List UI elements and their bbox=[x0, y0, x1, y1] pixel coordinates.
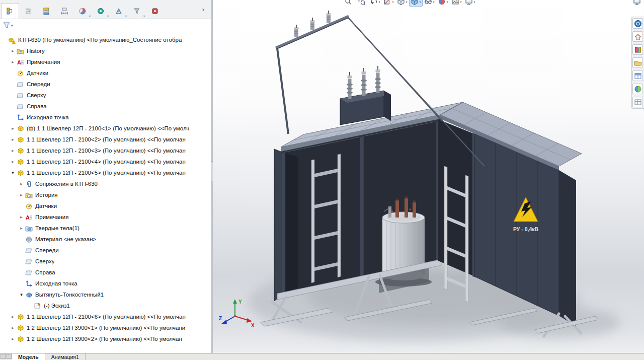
expand-arrow-icon[interactable]: ▸ bbox=[10, 314, 16, 319]
expand-arrow-icon[interactable]: ▸ bbox=[18, 192, 25, 197]
task-pane-file-explorer-icon[interactable] bbox=[632, 57, 643, 68]
tree-item-label: 1 1 Швеллер 12П - 2100<5> (По умолчанию)… bbox=[27, 170, 186, 176]
tree-item-label: Исходная точка bbox=[27, 114, 69, 120]
expand-arrow-icon[interactable]: ▸ bbox=[18, 181, 25, 186]
tree-item[interactable]: Справа bbox=[0, 101, 211, 112]
apply-scene-icon[interactable]: ▾ bbox=[450, 0, 463, 7]
tree-item[interactable]: Датчики bbox=[0, 200, 211, 211]
model-tab-bar: МодельАнимация1 bbox=[0, 353, 644, 360]
tree-item[interactable]: Справа bbox=[0, 267, 211, 278]
expand-arrow-icon[interactable]: ▸ bbox=[10, 59, 16, 64]
tree-item[interactable]: ▾1 1 Швеллер 12П - 2100<5> (По умолчанию… bbox=[0, 167, 211, 178]
part-icon bbox=[16, 135, 25, 143]
annotations-icon: A bbox=[25, 213, 33, 221]
propertymanager-tab[interactable] bbox=[19, 3, 37, 19]
fullscreen-icon[interactable] bbox=[633, 0, 641, 6]
expand-arrow-icon[interactable]: ▸ bbox=[18, 226, 25, 231]
tree-item-label: Сверху bbox=[27, 92, 46, 98]
tree-item-label: 1 2 Швеллер 12П 3900<2> (По умолчанию) <… bbox=[27, 336, 182, 342]
tree-item[interactable]: ▸Твердые тела(1) bbox=[0, 223, 211, 234]
tree-item[interactable]: ▸History bbox=[0, 45, 211, 56]
dimxpertmanager-tab[interactable] bbox=[55, 3, 73, 19]
zoom-area-icon[interactable] bbox=[355, 0, 368, 7]
tree-item[interactable]: Материал <не указан> bbox=[0, 234, 211, 245]
tab-splitter-button-2[interactable] bbox=[7, 354, 12, 359]
tree-item[interactable]: Датчики bbox=[0, 67, 211, 79]
task-pane-resources-icon[interactable] bbox=[632, 18, 643, 29]
bottom-tab-animation[interactable]: Анимация1 bbox=[45, 353, 86, 360]
task-pane-design-library-icon[interactable] bbox=[632, 44, 643, 55]
tree-item[interactable]: ▸(ф) 1 1 Швеллер 12П - 2100<1> (По умолч… bbox=[0, 123, 211, 134]
expand-arrow-icon[interactable]: ▸ bbox=[10, 137, 16, 142]
tree-item[interactable]: ▸1 2 Швеллер 12П 3900<2> (По умолчанию) … bbox=[0, 333, 211, 344]
tree-item[interactable]: ▸История bbox=[0, 189, 211, 200]
expand-arrow-icon[interactable]: ▸ bbox=[10, 325, 16, 330]
tree-item[interactable]: Спереди bbox=[0, 245, 211, 256]
tree-item-label: Вытянуть-Тонкостенный1 bbox=[35, 292, 104, 298]
expand-arrow-icon[interactable]: ▸ bbox=[10, 48, 16, 53]
tree-item[interactable]: Сверху bbox=[0, 90, 211, 101]
displaymanager-tab[interactable]: ▾ bbox=[73, 3, 92, 19]
tree-item[interactable]: ▸1 1 Швеллер 12П - 2100<3> (По умолчанию… bbox=[0, 145, 211, 156]
tree-item[interactable]: ▸1 1 Швеллер 12П - 2100<6> (По умолчанию… bbox=[0, 311, 211, 322]
tree-item[interactable]: ▾Вытянуть-Тонкостенный1 bbox=[0, 289, 211, 300]
tree-item[interactable]: ▸1 2 Швеллер 12П 3900<1> (По умолчанию) … bbox=[0, 322, 211, 333]
tree-item[interactable]: Спереди bbox=[0, 79, 211, 90]
task-pane-strip bbox=[631, 17, 644, 109]
previous-view-icon[interactable]: ▾ bbox=[368, 0, 382, 7]
graphics-viewport[interactable]: РУ - 0,4кВ bbox=[213, 0, 644, 353]
expand-arrow-icon[interactable]: ▾ bbox=[18, 292, 25, 297]
tree-item[interactable]: Исходная точка bbox=[0, 278, 211, 289]
view-settings-icon[interactable]: ▾ bbox=[463, 0, 477, 7]
expand-arrow-icon[interactable]: ▸ bbox=[10, 126, 16, 131]
tree-item[interactable]: ▸1 1 Швеллер 12П - 2100<2> (По умолчанию… bbox=[0, 134, 211, 145]
model-canvas[interactable]: РУ - 0,4кВ bbox=[213, 0, 644, 353]
expand-arrow-icon[interactable]: ▾ bbox=[10, 170, 16, 175]
feature-manager-panel: ▾▾▾▾ › ▾ КТП-630 (По умолчанию) <По умол… bbox=[0, 0, 211, 346]
tree-item-label: Сверху bbox=[35, 258, 54, 264]
bottom-tab-model[interactable]: Модель bbox=[12, 353, 45, 360]
tree-item[interactable]: Исходная точка bbox=[0, 112, 211, 123]
cam-operation-tree-tab[interactable]: ▾ bbox=[110, 3, 128, 19]
configurationmanager-tab[interactable] bbox=[37, 3, 55, 19]
solid-bodies-icon bbox=[25, 224, 33, 232]
mates-icon bbox=[25, 180, 33, 188]
display-style-icon[interactable]: ▾ bbox=[409, 0, 423, 7]
filter-caret-icon[interactable]: ▾ bbox=[11, 24, 13, 28]
task-pane-appearances-icon[interactable] bbox=[632, 84, 643, 94]
expand-arrow-icon[interactable]: ▸ bbox=[18, 214, 25, 220]
tree-item[interactable]: (-) Эскиз1 bbox=[0, 300, 211, 311]
tree-item[interactable]: ▸Сопряжения в КТП-630 bbox=[0, 178, 211, 189]
tree-item-label: 1 1 Швеллер 12П - 2100<4> (По умолчанию)… bbox=[27, 159, 186, 165]
expand-arrow-icon[interactable]: ▸ bbox=[10, 148, 16, 153]
addins-tab[interactable] bbox=[146, 3, 164, 19]
task-pane-custom-properties-icon[interactable] bbox=[632, 97, 643, 107]
featuremanager-tree-tab[interactable] bbox=[1, 3, 19, 19]
expand-arrow-icon[interactable]: ▸ bbox=[10, 336, 16, 341]
tree-item[interactable]: ▸AПримечания bbox=[0, 56, 211, 67]
edit-appearance-icon[interactable]: ▾ bbox=[436, 0, 450, 7]
zoom-fit-icon[interactable] bbox=[341, 0, 355, 7]
filter-funnel-icon[interactable] bbox=[3, 21, 11, 30]
tree-item-label: Справа bbox=[27, 103, 47, 109]
panel-flyout-arrow-icon[interactable]: › bbox=[199, 5, 207, 14]
tree-item[interactable]: ▸AПримечания bbox=[0, 211, 211, 223]
cam-feature-tree-tab[interactable]: ▾ bbox=[92, 3, 110, 19]
tab-splitter-button-1[interactable] bbox=[1, 354, 6, 359]
part-icon bbox=[16, 147, 25, 155]
tree-item[interactable]: ▸1 1 Швеллер 12П - 2100<4> (По умолчанию… bbox=[0, 156, 211, 167]
bottom-tabs: МодельАнимация1 bbox=[12, 353, 86, 360]
material-icon bbox=[25, 235, 33, 243]
view-orientation-icon[interactable]: ▾ bbox=[395, 0, 409, 7]
section-view-icon[interactable]: ▾ bbox=[382, 0, 395, 7]
tree-item[interactable]: Сверху bbox=[0, 256, 211, 267]
tree-item[interactable]: КТП-630 (По умолчанию) <По умолчанию_Сос… bbox=[0, 34, 211, 45]
sensors-icon bbox=[25, 202, 33, 210]
hide-show-items-icon[interactable]: ▾ bbox=[423, 0, 436, 7]
task-pane-home-icon[interactable] bbox=[632, 31, 643, 42]
tree-item-label: Примечания bbox=[35, 214, 68, 220]
tree-item-label: Справа bbox=[35, 269, 55, 275]
task-pane-view-palette-icon[interactable] bbox=[632, 70, 643, 81]
cam-tools-tab[interactable]: ▾ bbox=[128, 3, 146, 19]
expand-arrow-icon[interactable]: ▸ bbox=[10, 159, 16, 164]
